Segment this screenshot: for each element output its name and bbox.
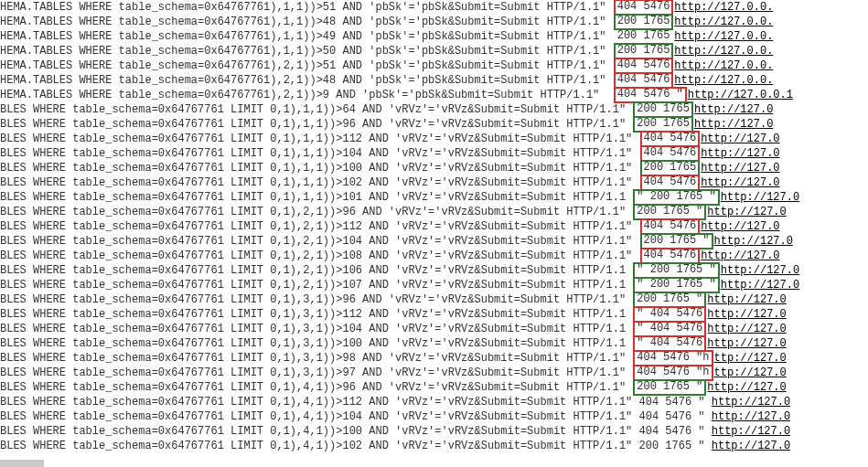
referer-link[interactable]: http://127.0	[721, 263, 799, 278]
referer-link[interactable]: http://127.0.0.	[674, 58, 773, 73]
referer-link[interactable]: http://127.0	[707, 322, 786, 336]
referer-link[interactable]: http://127.0.0.	[674, 44, 773, 58]
request-text: BLES WHERE table_schema=0x64767761 LIMIT…	[0, 351, 632, 366]
referer-link[interactable]: http://127.0	[707, 307, 786, 322]
log-line: BLES WHERE table_schema=0x64767761 LIMIT…	[0, 175, 868, 190]
request-text: BLES WHERE table_schema=0x64767761 LIMIT…	[0, 249, 639, 263]
referer-link[interactable]: http://127.0	[701, 175, 779, 190]
log-line: BLES WHERE table_schema=0x64767761 LIMIT…	[0, 351, 868, 366]
log-line: HEMA.TABLES WHERE table_schema=0x6476776…	[0, 44, 868, 58]
referer-link[interactable]: http://127.0	[707, 292, 786, 307]
request-text: BLES WHERE table_schema=0x64767761 LIMIT…	[0, 263, 632, 278]
referer-link[interactable]: http://127.0	[701, 161, 779, 175]
request-text: BLES WHERE table_schema=0x64767761 LIMIT…	[0, 409, 712, 424]
referer-link[interactable]: http://127.0	[714, 234, 793, 249]
referer-link[interactable]: http://127.0.0.	[674, 29, 773, 44]
log-line: BLES WHERE table_schema=0x64767761 LIMIT…	[0, 439, 868, 453]
log-line: BLES WHERE table_schema=0x64767761 LIMIT…	[0, 205, 868, 219]
referer-link[interactable]: http://127.0	[712, 439, 790, 453]
log-line: BLES WHERE table_schema=0x64767761 LIMIT…	[0, 322, 868, 336]
referer-link[interactable]: http://127.0	[701, 219, 779, 234]
referer-link[interactable]: http://127.0	[707, 336, 786, 351]
request-text: HEMA.TABLES WHERE table_schema=0x6476776…	[0, 88, 613, 102]
log-line: BLES WHERE table_schema=0x64767761 LIMIT…	[0, 395, 868, 409]
log-line: HEMA.TABLES WHERE table_schema=0x6476776…	[0, 29, 868, 44]
request-text: BLES WHERE table_schema=0x64767761 LIMIT…	[0, 219, 639, 234]
request-text: HEMA.TABLES WHERE table_schema=0x6476776…	[0, 73, 613, 88]
request-text: BLES WHERE table_schema=0x64767761 LIMIT…	[0, 322, 632, 336]
request-text: BLES WHERE table_schema=0x64767761 LIMIT…	[0, 234, 639, 249]
referer-link[interactable]: http://127.0	[701, 146, 779, 161]
referer-link[interactable]: http://127.0	[721, 278, 799, 292]
log-line: HEMA.TABLES WHERE table_schema=0x6476776…	[0, 73, 868, 88]
log-line: BLES WHERE table_schema=0x64767761 LIMIT…	[0, 380, 868, 395]
request-text: HEMA.TABLES WHERE table_schema=0x6476776…	[0, 29, 613, 44]
referer-link[interactable]: ttp://127.0	[714, 351, 787, 366]
log-line: BLES WHERE table_schema=0x64767761 LIMIT…	[0, 146, 868, 161]
request-text: HEMA.TABLES WHERE table_schema=0x6476776…	[0, 15, 613, 29]
log-line: BLES WHERE table_schema=0x64767761 LIMIT…	[0, 132, 868, 146]
request-text: BLES WHERE table_schema=0x64767761 LIMIT…	[0, 278, 632, 292]
referer-link[interactable]: http://127.0.0.1	[688, 88, 793, 102]
request-text: BLES WHERE table_schema=0x64767761 LIMIT…	[0, 205, 632, 219]
referer-link[interactable]: http://127.0	[694, 117, 773, 132]
log-line: BLES WHERE table_schema=0x64767761 LIMIT…	[0, 219, 868, 234]
request-text: BLES WHERE table_schema=0x64767761 LIMIT…	[0, 292, 632, 307]
request-text: BLES WHERE table_schema=0x64767761 LIMIT…	[0, 102, 632, 117]
request-text: BLES WHERE table_schema=0x64767761 LIMIT…	[0, 336, 632, 351]
request-text: BLES WHERE table_schema=0x64767761 LIMIT…	[0, 190, 632, 205]
log-line: HEMA.TABLES WHERE table_schema=0x6476776…	[0, 15, 868, 29]
log-line: HEMA.TABLES WHERE table_schema=0x6476776…	[0, 0, 868, 15]
http-log: HEMA.TABLES WHERE table_schema=0x6476776…	[0, 0, 868, 453]
request-text: HEMA.TABLES WHERE table_schema=0x6476776…	[0, 0, 613, 15]
status-200-box: 200 1765 "	[633, 379, 706, 396]
referer-link[interactable]: http://127.0	[701, 132, 779, 146]
referer-link[interactable]: http://127.0	[712, 395, 790, 409]
referer-link[interactable]: http://127.0	[707, 205, 786, 219]
log-line: BLES WHERE table_schema=0x64767761 LIMIT…	[0, 409, 868, 424]
referer-link[interactable]: http://127.0.0.	[674, 73, 773, 88]
request-text: BLES WHERE table_schema=0x64767761 LIMIT…	[0, 132, 639, 146]
log-line: BLES WHERE table_schema=0x64767761 LIMIT…	[0, 263, 868, 278]
log-line: BLES WHERE table_schema=0x64767761 LIMIT…	[0, 292, 868, 307]
referer-link[interactable]: http://127.0	[712, 424, 790, 439]
log-line: BLES WHERE table_schema=0x64767761 LIMIT…	[0, 336, 868, 351]
request-text: BLES WHERE table_schema=0x64767761 LIMIT…	[0, 146, 639, 161]
log-line: BLES WHERE table_schema=0x64767761 LIMIT…	[0, 366, 868, 380]
request-text: HEMA.TABLES WHERE table_schema=0x6476776…	[0, 58, 613, 73]
referer-link[interactable]: ttp://127.0	[714, 366, 787, 380]
log-line: BLES WHERE table_schema=0x64767761 LIMIT…	[0, 161, 868, 175]
log-line: BLES WHERE table_schema=0x64767761 LIMIT…	[0, 249, 868, 263]
referer-link[interactable]: http://127.0	[707, 380, 786, 395]
log-line: BLES WHERE table_schema=0x64767761 LIMIT…	[0, 190, 868, 205]
referer-link[interactable]: http://127.0	[694, 102, 773, 117]
request-text: BLES WHERE table_schema=0x64767761 LIMIT…	[0, 117, 632, 132]
referer-link[interactable]: http://127.0	[712, 409, 790, 424]
scrollbar-track[interactable]	[0, 460, 44, 467]
log-line: HEMA.TABLES WHERE table_schema=0x6476776…	[0, 88, 868, 102]
log-line: BLES WHERE table_schema=0x64767761 LIMIT…	[0, 102, 868, 117]
request-text: BLES WHERE table_schema=0x64767761 LIMIT…	[0, 380, 632, 395]
request-text: HEMA.TABLES WHERE table_schema=0x6476776…	[0, 44, 613, 58]
log-line: BLES WHERE table_schema=0x64767761 LIMIT…	[0, 278, 868, 292]
referer-link[interactable]: http://127.0.0.	[674, 0, 773, 15]
log-line: BLES WHERE table_schema=0x64767761 LIMIT…	[0, 307, 868, 322]
request-text: BLES WHERE table_schema=0x64767761 LIMIT…	[0, 175, 639, 190]
log-line: BLES WHERE table_schema=0x64767761 LIMIT…	[0, 424, 868, 439]
referer-link[interactable]: http://127.0.0.	[674, 15, 773, 29]
referer-link[interactable]: http://127.0	[721, 190, 799, 205]
request-text: BLES WHERE table_schema=0x64767761 LIMIT…	[0, 366, 632, 380]
log-line: HEMA.TABLES WHERE table_schema=0x6476776…	[0, 58, 868, 73]
request-text: BLES WHERE table_schema=0x64767761 LIMIT…	[0, 439, 712, 453]
request-text: BLES WHERE table_schema=0x64767761 LIMIT…	[0, 395, 712, 409]
request-text: BLES WHERE table_schema=0x64767761 LIMIT…	[0, 424, 712, 439]
request-text: BLES WHERE table_schema=0x64767761 LIMIT…	[0, 161, 639, 175]
log-line: BLES WHERE table_schema=0x64767761 LIMIT…	[0, 234, 868, 249]
request-text: BLES WHERE table_schema=0x64767761 LIMIT…	[0, 307, 632, 322]
referer-link[interactable]: http://127.0	[701, 249, 779, 263]
log-line: BLES WHERE table_schema=0x64767761 LIMIT…	[0, 117, 868, 132]
